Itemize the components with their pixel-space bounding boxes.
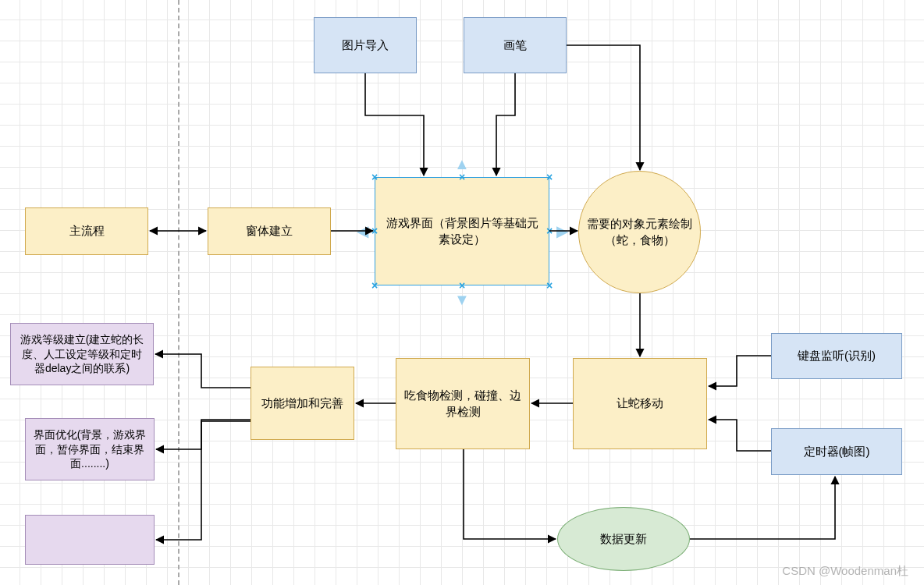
node-label: 游戏等级建立(建立蛇的长度、人工设定等级和定时器delay之间的联系) bbox=[17, 332, 147, 377]
node-label: 游戏界面（背景图片等基础元素设定） bbox=[382, 215, 542, 247]
node-label: 界面优化(背景，游戏界面，暂停界面，结束界面........) bbox=[32, 427, 147, 472]
selection-handle-icon: × bbox=[371, 225, 378, 237]
node-label: 需要的对象元素绘制（蛇，食物） bbox=[585, 216, 694, 248]
node-label: 定时器(帧图) bbox=[804, 444, 870, 459]
section-divider bbox=[178, 0, 179, 585]
node-label: 键盘监听(识别) bbox=[798, 348, 876, 363]
watermark: CSDN @Woodenman杜 bbox=[782, 564, 908, 579]
node-label: 数据更新 bbox=[600, 531, 647, 547]
selection-handle-icon: × bbox=[546, 279, 553, 292]
selection-arrow-right-icon: ▶ bbox=[556, 222, 568, 240]
node-main-flow[interactable]: 主流程 bbox=[25, 207, 148, 255]
node-elements-draw[interactable]: 需要的对象元素绘制（蛇，食物） bbox=[578, 171, 701, 293]
node-label: 功能增加和完善 bbox=[261, 395, 343, 411]
selection-handle-icon: × bbox=[371, 279, 378, 292]
selection-handle-icon: × bbox=[371, 171, 378, 183]
node-image-import[interactable]: 图片导入 bbox=[314, 17, 417, 73]
node-label: 图片导入 bbox=[342, 37, 389, 53]
node-timer[interactable]: 定时器(帧图) bbox=[771, 428, 902, 475]
node-snake-move[interactable]: 让蛇移动 bbox=[573, 358, 707, 449]
node-brush[interactable]: 画笔 bbox=[464, 17, 567, 73]
node-feature-enhance[interactable]: 功能增加和完善 bbox=[251, 367, 354, 440]
node-ui-optimize[interactable]: 界面优化(背景，游戏界面，暂停界面，结束界面........) bbox=[25, 418, 155, 480]
node-label: 画笔 bbox=[503, 37, 527, 53]
node-label: 吃食物检测，碰撞、边界检测 bbox=[403, 388, 523, 420]
selection-arrow-up-icon: ▲ bbox=[454, 155, 470, 173]
selection-handle-icon: × bbox=[546, 225, 553, 237]
selection-arrow-left-icon: ◀ bbox=[357, 222, 368, 240]
node-game-ui[interactable]: 游戏界面（背景图片等基础元素设定） bbox=[375, 177, 549, 285]
node-window-create[interactable]: 窗体建立 bbox=[208, 207, 331, 255]
node-blank[interactable] bbox=[25, 515, 155, 565]
node-collision[interactable]: 吃食物检测，碰撞、边界检测 bbox=[396, 358, 530, 449]
selection-arrow-down-icon: ▼ bbox=[454, 291, 470, 309]
node-label: 主流程 bbox=[69, 223, 105, 239]
node-data-update[interactable]: 数据更新 bbox=[557, 507, 690, 571]
node-keyboard[interactable]: 键盘监听(识别) bbox=[771, 333, 902, 379]
node-level-setup[interactable]: 游戏等级建立(建立蛇的长度、人工设定等级和定时器delay之间的联系) bbox=[10, 323, 154, 385]
selection-handle-icon: × bbox=[546, 171, 553, 183]
node-label: 让蛇移动 bbox=[617, 395, 663, 411]
node-label: 窗体建立 bbox=[246, 223, 293, 239]
